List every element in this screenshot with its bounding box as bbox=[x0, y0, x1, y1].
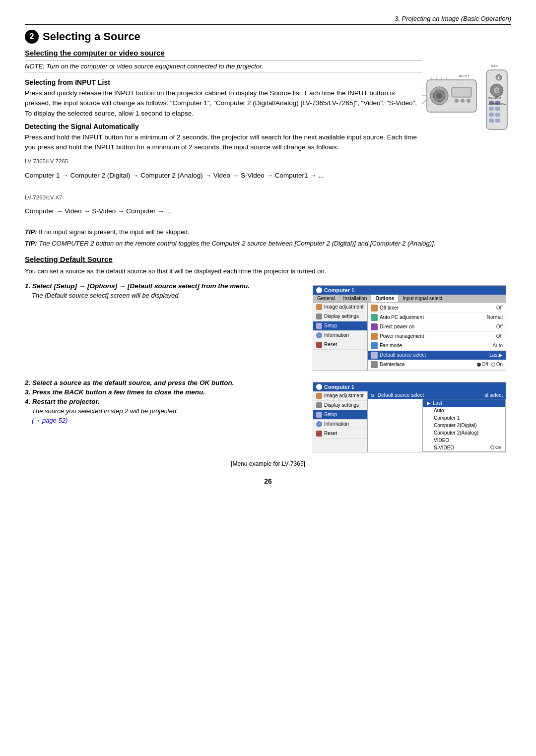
last-arrow: ▶ bbox=[427, 400, 431, 406]
menu2-sidebar-information[interactable]: i Information bbox=[313, 420, 367, 429]
dropdown-item-last[interactable]: ▶ Last bbox=[423, 399, 505, 407]
tip2: TIP: The COMPUTER 2 button on the remote… bbox=[25, 240, 511, 247]
menu2-sidebar-reset[interactable]: Reset bbox=[313, 429, 367, 439]
menu2-display-icon bbox=[316, 402, 322, 408]
row-off-timer[interactable]: Off timer Off bbox=[368, 304, 506, 313]
tip2-text: The COMPUTER 2 button on the remote cont… bbox=[39, 240, 435, 247]
dropdown-svideo-label: S-VIDEO bbox=[434, 445, 454, 450]
sidebar-image-label: Image adjustment bbox=[324, 304, 364, 310]
svg-point-11 bbox=[467, 99, 470, 103]
dropdown-computer1-label: Computer 1 bbox=[434, 415, 460, 421]
menu2-sidebar-image-label: Image adjustment bbox=[324, 393, 364, 398]
dropdown-item-computer2analog[interactable]: Computer 2(Analog) bbox=[423, 429, 505, 437]
step4-desc: The source you selected in step 2 will b… bbox=[32, 407, 303, 415]
svg-rect-26 bbox=[489, 107, 494, 111]
page-header: 3. Projecting an Image (Basic Operation) bbox=[25, 15, 511, 25]
off-timer-icon bbox=[371, 305, 378, 312]
menu2-sidebar-information-label: Information bbox=[324, 421, 349, 427]
sidebar-image-adjustment[interactable]: Image adjustment bbox=[313, 303, 367, 312]
menu2-container: Computer 1 Image adjustment Display sett… bbox=[313, 382, 506, 452]
radio-off-dot bbox=[477, 363, 481, 367]
default-source-value: Last bbox=[489, 352, 499, 358]
deinterlace-icon bbox=[371, 361, 378, 368]
svg-rect-29 bbox=[495, 113, 500, 117]
dropdown-computer2digital-label: Computer 2(Digital) bbox=[434, 423, 477, 428]
step4-ref: (→ page 52) bbox=[32, 417, 303, 424]
default-source-heading: Selecting Default Source bbox=[25, 255, 511, 263]
dropdown-video-label: VIDEO bbox=[434, 438, 449, 443]
direct-power-icon bbox=[371, 323, 378, 330]
power-mgmt-label: Power management bbox=[380, 333, 496, 339]
tip2-bold: TIP: bbox=[25, 240, 37, 247]
row-auto-pc[interactable]: Auto PC adjustment Normal bbox=[368, 313, 506, 322]
svideo-radio: On bbox=[490, 445, 501, 450]
svg-rect-5 bbox=[453, 88, 470, 96]
menu2-image-icon bbox=[316, 393, 322, 399]
row-deinterlace[interactable]: Deinterlace Off On bbox=[368, 360, 506, 370]
dropdown-item-computer2digital[interactable]: Computer 2(Digital) bbox=[423, 422, 505, 429]
menu1-body: Image adjustment Display settings Setup bbox=[313, 303, 506, 371]
step4-ref-text: (→ page 52) bbox=[32, 417, 67, 424]
menu2-reset-icon bbox=[316, 431, 322, 437]
menu1-titlebar: Computer 1 bbox=[313, 286, 506, 295]
sidebar-display-label: Display settings bbox=[324, 314, 359, 319]
menu2-sidebar: Image adjustment Display settings Setup bbox=[313, 391, 368, 452]
menu1-sidebar: Image adjustment Display settings Setup bbox=[313, 303, 368, 371]
lv7260-label: LV-7260/LV-X7 bbox=[25, 192, 511, 202]
svg-point-10 bbox=[461, 99, 465, 103]
tab-input-signal[interactable]: Input signal select bbox=[399, 295, 447, 302]
dropdown-item-video[interactable]: VIDEO bbox=[423, 437, 505, 444]
image-icon bbox=[316, 304, 322, 310]
step1-row: 1. Select [Setup] → [Options] → [Default… bbox=[25, 282, 511, 371]
menu2-sidebar-setup[interactable]: Setup bbox=[313, 410, 367, 420]
step1-desc: The [Default source select] screen will … bbox=[32, 292, 303, 299]
tab-options[interactable]: Options bbox=[371, 295, 399, 302]
tab-general[interactable]: General bbox=[313, 295, 339, 302]
menu2-body: Image adjustment Display settings Setup bbox=[313, 391, 506, 452]
row-direct-power[interactable]: Direct power on Off bbox=[368, 322, 506, 332]
menu2-sidebar-display[interactable]: Display settings bbox=[313, 401, 367, 410]
dropdown-item-auto[interactable]: Auto bbox=[423, 407, 505, 414]
detecting-heading-text: Detecting the Signal Automatically bbox=[25, 123, 139, 130]
display-icon bbox=[316, 314, 322, 319]
dropdown-item-svideo[interactable]: S-VIDEO On bbox=[423, 444, 505, 451]
svg-rect-30 bbox=[489, 119, 494, 123]
menu-caption: [Menu example for LV-7365] bbox=[25, 460, 511, 467]
menu-screenshot-2: Computer 1 Image adjustment Display sett… bbox=[313, 379, 511, 452]
direct-power-value: Off bbox=[496, 324, 503, 329]
sidebar-setup[interactable]: Setup bbox=[313, 321, 367, 331]
menu2-title-text: Computer 1 bbox=[324, 384, 354, 390]
lv7365-label-text: LV-7365/LV-7265 bbox=[25, 158, 68, 164]
step2-label-text: 2. Select a source as the default source… bbox=[25, 379, 234, 386]
row-fan-mode[interactable]: Fan mode Auto bbox=[368, 341, 506, 351]
lv7260-flow-text: Computer → Video → S-Video → Computer → … bbox=[25, 207, 172, 215]
step1-label: 1. Select [Setup] → [Options] → [Default… bbox=[25, 282, 303, 290]
menu2-title-icon bbox=[316, 384, 322, 390]
sidebar-display-settings[interactable]: Display settings bbox=[313, 312, 367, 321]
svg-text:INFO: INFO bbox=[491, 64, 499, 67]
row-power-mgmt[interactable]: Power management Off bbox=[368, 332, 506, 341]
menu1-tabs: General Installation Options Input signa… bbox=[313, 295, 506, 303]
menu2-sidebar-reset-label: Reset bbox=[324, 431, 337, 436]
lv7260-flow: Computer → Video → S-Video → Computer → … bbox=[25, 206, 511, 216]
step4-label: 4. Restart the projector. bbox=[25, 398, 303, 405]
note-content: NOTE: Turn on the computer or video sour… bbox=[25, 63, 264, 70]
sidebar-reset[interactable]: Reset bbox=[313, 340, 367, 350]
section-title: 2 Selecting a Source bbox=[25, 30, 511, 44]
menu2-sidebar-image[interactable]: Image adjustment bbox=[313, 391, 367, 401]
svg-text:OK: OK bbox=[496, 89, 501, 92]
menu2-header-right: al select bbox=[484, 392, 503, 398]
svg-text:INPUT: INPUT bbox=[494, 97, 501, 100]
svg-rect-27 bbox=[495, 107, 500, 111]
sidebar-setup-label: Setup bbox=[324, 323, 337, 328]
row-default-source[interactable]: Default source select Last ▶ bbox=[368, 351, 506, 360]
fan-icon bbox=[371, 342, 378, 349]
dropdown-item-computer1[interactable]: Computer 1 bbox=[423, 414, 505, 422]
device-svg: INPUT INFO ▶ OK IMAGE INPUT ASPECT NO-S bbox=[422, 60, 511, 139]
sidebar-information[interactable]: i Information bbox=[313, 331, 367, 340]
tab-installation[interactable]: Installation bbox=[339, 295, 372, 302]
svg-point-3 bbox=[436, 93, 442, 99]
direct-power-label: Direct power on bbox=[380, 324, 496, 329]
step4-desc-text: The source you selected in step 2 will b… bbox=[32, 407, 178, 415]
page-footer: 26 bbox=[25, 477, 511, 485]
